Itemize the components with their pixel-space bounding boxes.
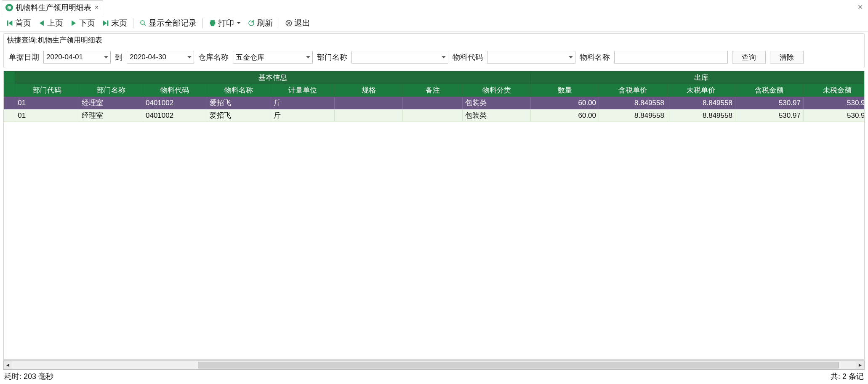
data-grid[interactable]: 基本信息 出库 部门代码 部门名称 物料代码 物料名称 计量单位 规格 备注 物… (4, 71, 864, 122)
table-cell[interactable]: 包装类 (463, 109, 531, 122)
scroll-right-arrow[interactable]: ► (856, 361, 864, 369)
warehouse-label: 仓库名称 (198, 52, 229, 62)
table-row[interactable]: 01经理室0401002爱招飞斤包装类60.008.8495588.849558… (4, 97, 865, 109)
table-row[interactable]: 01经理室0401002爱招飞斤包装类60.008.8495588.849558… (4, 109, 865, 122)
query-button[interactable]: 查询 (732, 51, 766, 64)
col-spec[interactable]: 规格 (335, 84, 403, 97)
status-bar: 耗时: 203 毫秒 共: 2 条记 (0, 370, 868, 384)
table-cell[interactable] (4, 109, 15, 122)
window-close-icon[interactable]: × (857, 2, 863, 13)
prev-page-button[interactable]: 上页 (35, 17, 66, 29)
close-icon[interactable]: × (95, 4, 99, 11)
col-taxamt[interactable]: 含税金额 (735, 84, 803, 97)
table-cell[interactable]: 0401002 (143, 97, 207, 109)
exit-button[interactable]: 退出 (282, 17, 313, 29)
table-cell[interactable] (335, 109, 403, 122)
dept-select[interactable] (351, 51, 448, 64)
dept-label: 部门名称 (317, 52, 347, 62)
col-remark[interactable]: 备注 (403, 84, 463, 97)
table-cell[interactable]: 爱招飞 (207, 109, 271, 122)
group-basic: 基本信息 (15, 72, 531, 84)
table-cell[interactable]: 0401002 (143, 109, 207, 122)
table-cell[interactable]: 01 (15, 97, 79, 109)
table-cell[interactable]: 8.849558 (667, 97, 735, 109)
col-matclass[interactable]: 物料分类 (463, 84, 531, 97)
col-notaxamt[interactable]: 未税金额 (803, 84, 864, 97)
group-outbound: 出库 (531, 72, 864, 84)
show-all-icon (139, 19, 147, 27)
table-cell[interactable]: 斤 (271, 109, 335, 122)
chevron-down-icon (441, 55, 446, 60)
table-cell[interactable] (403, 97, 463, 109)
table-cell[interactable] (4, 97, 15, 109)
next-page-label: 下页 (79, 18, 95, 29)
filter-title: 快捷查询:机物生产领用明细表 (4, 34, 864, 45)
scroll-left-arrow[interactable]: ◄ (4, 361, 12, 369)
matcode-select[interactable] (487, 51, 575, 64)
status-elapsed: 耗时: 203 毫秒 (4, 371, 53, 381)
print-label: 打印 (218, 18, 234, 29)
grid-container: 基本信息 出库 部门代码 部门名称 物料代码 物料名称 计量单位 规格 备注 物… (3, 71, 865, 360)
table-cell[interactable]: 530.97 (735, 97, 803, 109)
print-button[interactable]: 打印 (206, 17, 243, 29)
tab-title: 机物料生产领用明细表 (16, 3, 91, 13)
date-to-input[interactable]: 2020-04-30 (127, 51, 194, 64)
table-cell[interactable]: 01 (15, 109, 79, 122)
table-cell[interactable]: 530.97 (735, 109, 803, 122)
date-from-input[interactable]: 2020-04-01 (43, 51, 111, 64)
last-page-button[interactable]: 末页 (99, 17, 130, 29)
col-deptcode[interactable]: 部门代码 (15, 84, 79, 97)
table-cell[interactable]: 530.97 (803, 109, 864, 122)
filter-panel: 快捷查询:机物生产领用明细表 单据日期 2020-04-01 到 2020-04… (3, 33, 865, 68)
last-page-label: 末页 (111, 18, 127, 29)
chevron-down-icon (104, 55, 109, 60)
col-notaxprice[interactable]: 未税单价 (667, 84, 735, 97)
table-cell[interactable]: 8.849558 (599, 109, 667, 122)
tab-report[interactable]: ⊕ 机物料生产领用明细表 × (2, 0, 103, 15)
show-all-button[interactable]: 显示全部记录 (137, 17, 199, 29)
table-cell[interactable]: 经理室 (79, 97, 143, 109)
chevron-down-icon (187, 55, 192, 60)
filter-row: 单据日期 2020-04-01 到 2020-04-30 仓库名称 五金仓库 部… (4, 45, 864, 64)
table-cell[interactable]: 530.97 (803, 97, 864, 109)
table-cell[interactable]: 60.00 (531, 97, 599, 109)
table-cell[interactable] (335, 97, 403, 109)
clear-label: 清除 (780, 53, 794, 62)
table-cell[interactable]: 经理室 (79, 109, 143, 122)
col-selector (4, 72, 15, 84)
scroll-thumb[interactable] (198, 362, 839, 368)
table-cell[interactable] (403, 109, 463, 122)
table-cell[interactable]: 8.849558 (599, 97, 667, 109)
table-cell[interactable]: 包装类 (463, 97, 531, 109)
scroll-track[interactable] (12, 361, 856, 369)
warehouse-select[interactable]: 五金仓库 (233, 51, 313, 64)
exit-label: 退出 (294, 18, 310, 29)
matname-input[interactable] (614, 51, 728, 64)
col-qty[interactable]: 数量 (531, 84, 599, 97)
col-matname[interactable]: 物料名称 (207, 84, 271, 97)
query-label: 查询 (742, 53, 756, 62)
status-total: 共: 2 条记 (831, 371, 864, 381)
next-page-button[interactable]: 下页 (67, 17, 98, 29)
col-unit[interactable]: 计量单位 (271, 84, 335, 97)
col-taxprice[interactable]: 含税单价 (599, 84, 667, 97)
clear-button[interactable]: 清除 (770, 51, 804, 64)
toolbar: 首页 上页 下页 末页 显示全部记录 打印 刷新 (0, 15, 868, 32)
horizontal-scrollbar[interactable]: ◄ ► (3, 360, 865, 370)
col-matcode[interactable]: 物料代码 (143, 84, 207, 97)
chevron-down-icon (568, 55, 573, 60)
first-page-label: 首页 (15, 18, 31, 29)
first-page-button[interactable]: 首页 (3, 17, 34, 29)
date-to-label: 到 (115, 52, 122, 62)
table-cell[interactable]: 斤 (271, 97, 335, 109)
table-cell[interactable]: 爱招飞 (207, 97, 271, 109)
col-deptname[interactable]: 部门名称 (79, 84, 143, 97)
refresh-button[interactable]: 刷新 (245, 17, 275, 29)
matcode-label: 物料代码 (453, 52, 483, 62)
date-label: 单据日期 (9, 52, 39, 62)
table-cell[interactable]: 8.849558 (667, 109, 735, 122)
table-cell[interactable]: 60.00 (531, 109, 599, 122)
chevron-down-icon (306, 55, 311, 60)
toolbar-separator (279, 18, 279, 28)
next-page-icon (70, 19, 77, 27)
